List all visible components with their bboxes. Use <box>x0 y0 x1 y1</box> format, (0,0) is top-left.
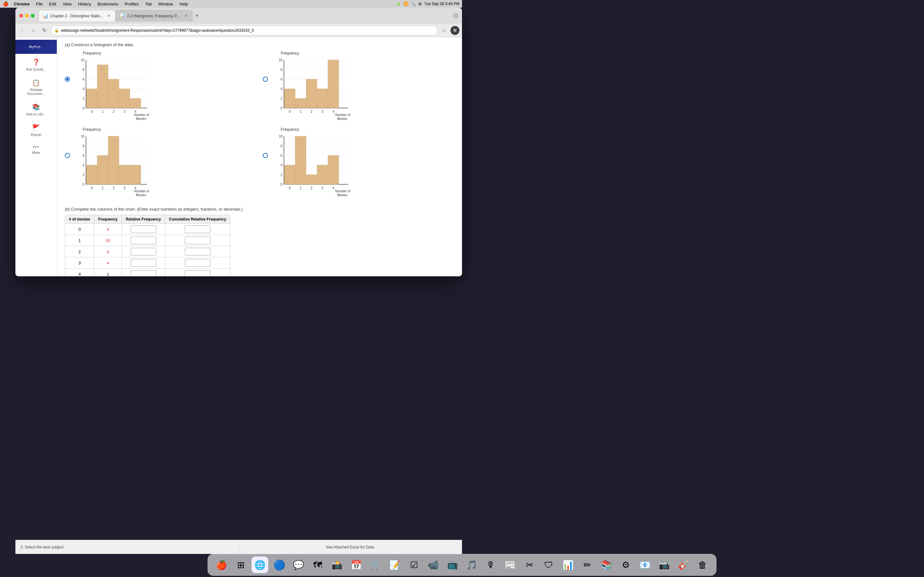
svg-text:10: 10 <box>81 58 85 62</box>
cum-rel-freq-val-1 <box>165 235 230 246</box>
svg-text:0: 0 <box>91 110 93 113</box>
table-row-1: 1 10 <box>65 235 230 246</box>
svg-text:2: 2 <box>310 186 312 190</box>
menubar-chrome[interactable]: Chrome <box>11 1 32 7</box>
data-table: # of movies Frequency Relative Frequency… <box>65 215 230 276</box>
freq-val-3: 4 <box>94 258 122 269</box>
url-bar[interactable]: 🔒 webassign.net/web/Student/Assignment-R… <box>51 26 438 35</box>
maximize-button[interactable] <box>31 14 35 18</box>
svg-text:0: 0 <box>82 183 84 186</box>
table-row-4: 4 1 <box>65 269 230 277</box>
svg-rect-39 <box>295 98 306 108</box>
reload-button[interactable]: ↻ <box>40 26 49 35</box>
histogram-svg-1: 10 8 6 4 2 0 <box>73 57 157 121</box>
apple-icon[interactable]: 🍎 <box>3 1 9 7</box>
svg-text:6: 6 <box>82 154 84 157</box>
minimize-button[interactable] <box>25 14 29 18</box>
radio-hist-3[interactable] <box>65 153 70 158</box>
menubar-profiles[interactable]: Profiles <box>122 1 141 7</box>
sidebar-myport[interactable]: MyPort... <box>15 40 57 54</box>
extensions-icon[interactable]: ⊡ <box>453 12 458 19</box>
tab-2[interactable]: 📊 2.2 Histograms, Frequency Po... ✕ <box>115 10 192 21</box>
svg-text:1: 1 <box>102 110 103 113</box>
svg-text:0: 0 <box>280 106 282 110</box>
tab-1[interactable]: 📊 Chapter 2 - Descriptive Statisti... ✕ <box>39 10 115 21</box>
svg-text:6: 6 <box>82 77 84 81</box>
histogram-grid: Frequency 10 8 6 4 2 0 <box>65 51 454 200</box>
new-tab-button[interactable]: + <box>192 11 202 20</box>
svg-text:4: 4 <box>280 163 282 167</box>
ask-question-icon: ❓ <box>32 58 40 66</box>
histogram-container-2: Frequency 10 8 6 4 2 0 <box>271 51 361 121</box>
svg-text:Number of: Number of <box>335 189 351 193</box>
sidebar-label-report: Report <box>31 133 41 137</box>
cum-rel-freq-input-2[interactable] <box>185 248 210 255</box>
part-a-text: (a) Construct a histogram of the data. <box>65 42 454 47</box>
tab-title-2: 2.2 Histograms, Frequency Po... <box>127 14 181 18</box>
tab-close-2[interactable]: ✕ <box>183 13 188 19</box>
profile-button[interactable]: N <box>451 26 459 35</box>
report-icon: 🚩 <box>32 124 40 131</box>
part-b-text: (b) Complete the columns of the chart. (… <box>65 207 454 211</box>
title-bar: 📊 Chapter 2 - Descriptive Statisti... ✕ … <box>15 8 462 24</box>
sidebar-item-report[interactable]: 🚩 Report <box>15 121 57 140</box>
svg-text:0: 0 <box>289 186 291 190</box>
freq-val-2: 6 <box>94 246 122 258</box>
rel-freq-input-3[interactable] <box>131 259 156 267</box>
histogram-container-3: Frequency 10 8 6 4 2 0 <box>73 127 157 200</box>
menubar-help[interactable]: Help <box>177 1 191 7</box>
bookmark-button[interactable]: ☆ <box>439 26 449 35</box>
svg-rect-42 <box>328 60 339 108</box>
menubar-edit[interactable]: Edit <box>47 1 59 7</box>
sidebar-item-more[interactable]: ••• More <box>15 141 57 158</box>
svg-rect-13 <box>86 89 97 108</box>
cum-rel-freq-input-3[interactable] <box>185 259 210 267</box>
traffic-lights <box>19 14 35 18</box>
control-center-icon[interactable]: ⊞ <box>418 2 422 6</box>
histogram-container-4: Frequency 10 8 6 4 2 0 <box>271 127 361 200</box>
url-text: webassign.net/web/Student/Assignment-Res… <box>61 28 434 33</box>
svg-text:4: 4 <box>333 186 334 190</box>
cum-rel-freq-input-1[interactable] <box>185 237 210 244</box>
radio-hist-1[interactable] <box>65 77 70 82</box>
back-button[interactable]: ‹ <box>18 26 27 35</box>
sidebar-item-related[interactable]: 📋 RelatedDocumen... <box>15 76 57 99</box>
svg-text:2: 2 <box>113 186 115 190</box>
menubar-view[interactable]: View <box>60 1 74 7</box>
browser-window: 📊 Chapter 2 - Descriptive Statisti... ✕ … <box>15 8 462 276</box>
sidebar-item-library[interactable]: 📚 Add to Libr... <box>15 100 57 119</box>
rel-freq-input-0[interactable] <box>131 226 156 233</box>
wifi-icon: 📶 <box>404 2 409 6</box>
menubar-window[interactable]: Window <box>156 1 176 7</box>
menubar-bookmarks[interactable]: Bookmarks <box>95 1 121 7</box>
cum-rel-freq-val-3 <box>165 258 230 269</box>
histogram-option-4: Frequency 10 8 6 4 2 0 <box>263 127 454 200</box>
navbar: ‹ › ↻ 🔒 webassign.net/web/Student/Assign… <box>15 24 462 37</box>
svg-rect-63 <box>86 165 97 184</box>
radio-hist-4[interactable] <box>263 153 268 158</box>
menubar-tab[interactable]: Tab <box>142 1 154 7</box>
svg-text:1: 1 <box>300 110 302 113</box>
rel-freq-input-4[interactable] <box>131 270 156 276</box>
rel-freq-val-0 <box>121 224 165 235</box>
menubar-history[interactable]: History <box>75 1 94 7</box>
forward-button[interactable]: › <box>29 26 38 35</box>
sidebar-label-library: Add to Libr... <box>26 112 46 116</box>
menubar-file[interactable]: File <box>33 1 45 7</box>
svg-rect-90 <box>306 175 317 184</box>
freq-val-1: 10 <box>94 235 122 246</box>
cum-rel-freq-input-0[interactable] <box>185 226 210 233</box>
battery-icon: 🔋 <box>396 2 401 6</box>
hist1-freq-label: Frequency <box>83 51 101 55</box>
rel-freq-input-2[interactable] <box>131 248 156 255</box>
cum-rel-freq-input-4[interactable] <box>185 270 210 276</box>
radio-hist-2[interactable] <box>263 77 268 82</box>
svg-text:2: 2 <box>280 97 282 100</box>
close-button[interactable] <box>19 14 23 18</box>
tab-close-1[interactable]: ✕ <box>106 13 111 19</box>
search-icon[interactable]: 🔍 <box>411 2 416 6</box>
rel-freq-input-1[interactable] <box>131 237 156 244</box>
sidebar-item-ask[interactable]: ❓ Ask Questi... <box>15 55 57 74</box>
sidebar-label-related: RelatedDocumen... <box>27 88 45 95</box>
svg-text:0: 0 <box>82 106 84 110</box>
